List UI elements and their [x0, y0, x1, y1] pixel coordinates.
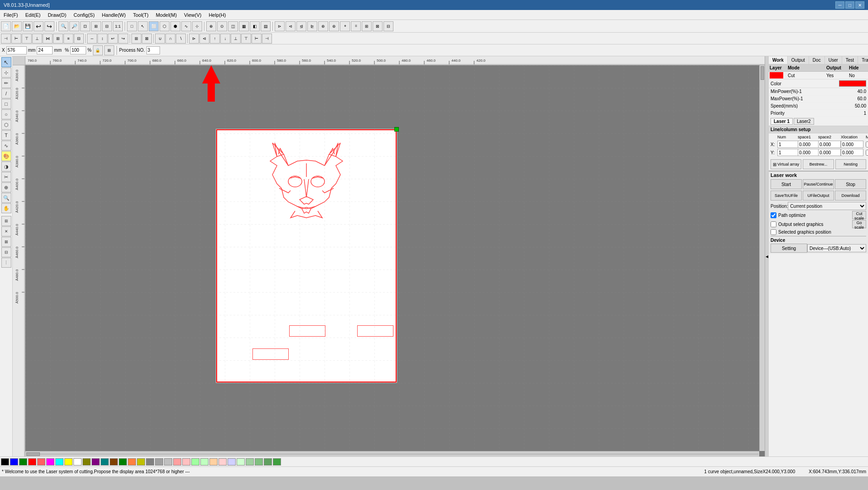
download-button[interactable]: Download	[835, 191, 866, 201]
device-select[interactable]: Device---(USB:Auto)	[807, 244, 866, 252]
tb-transform1[interactable]: ↔	[87, 34, 97, 44]
undo-button[interactable]: ↩	[34, 21, 44, 31]
laser-tab-2[interactable]: Laser2	[794, 118, 814, 125]
tab-work[interactable]: Work	[769, 56, 788, 64]
tb-tool9[interactable]: ⊙	[217, 21, 227, 31]
crop-tool[interactable]: ✂	[1, 172, 11, 182]
menu-edit[interactable]: Edit(E)	[22, 11, 44, 19]
tb-tool5[interactable]: ⬢	[170, 21, 180, 31]
panel-collapse-strip[interactable]: ◀	[765, 56, 768, 456]
tb-tool21[interactable]: ⌗	[351, 21, 361, 31]
tab-user[interactable]: User	[825, 56, 842, 64]
redo-button[interactable]: ↪	[44, 21, 54, 31]
color-white[interactable]	[73, 458, 82, 466]
tb-transform3[interactable]: ↩	[108, 34, 118, 44]
new-button[interactable]: 📄	[1, 21, 11, 31]
maximize-button[interactable]: □	[845, 1, 854, 9]
virtual-array-button[interactable]: ⊞Virtual array	[771, 159, 801, 169]
close-button[interactable]: ✕	[855, 1, 864, 9]
tb-tool12[interactable]: ◧	[250, 21, 260, 31]
tb-t1[interactable]: ⊳	[189, 34, 199, 44]
tab-doc[interactable]: Doc	[809, 56, 825, 64]
x-h-checkbox[interactable]	[866, 142, 868, 147]
ufile-output-button[interactable]: UFileOutput	[803, 191, 834, 201]
color-grey3[interactable]	[164, 458, 172, 466]
menu-config[interactable]: Config(S)	[70, 11, 98, 19]
tb-tool7[interactable]: ⊹	[192, 21, 202, 31]
tb-t5[interactable]: ⊥	[231, 34, 241, 44]
lt-tool18[interactable]: ⊠	[1, 237, 11, 247]
tb-tool24[interactable]: ⊟	[383, 21, 393, 31]
selection-handle-tr[interactable]	[394, 127, 399, 132]
work-area[interactable]	[216, 129, 397, 383]
lock-ratio[interactable]: 🔒	[93, 45, 103, 55]
process-input[interactable]	[146, 46, 160, 54]
menu-help[interactable]: Help(H)	[205, 11, 229, 19]
tb-tool6[interactable]: ∿	[181, 21, 191, 31]
v-scrollbar[interactable]	[759, 65, 765, 451]
zoom-prev-button[interactable]: ⊟	[102, 21, 112, 31]
start-button[interactable]: Start	[771, 179, 802, 189]
tb-tool15[interactable]: ⊲	[286, 21, 296, 31]
x-coord-input[interactable]	[6, 46, 27, 54]
tab-test[interactable]: Test	[842, 56, 858, 64]
align-left[interactable]: ⊣	[1, 34, 11, 44]
color-blue[interactable]	[10, 458, 18, 466]
bestrew-button[interactable]: Bestrew...	[803, 159, 834, 169]
tb-tool23[interactable]: ⊠	[373, 21, 383, 31]
tb-tool8[interactable]: ⊕	[206, 21, 216, 31]
line-tool[interactable]: /	[1, 88, 11, 98]
open-button[interactable]: 📂	[12, 21, 22, 31]
tb-t7[interactable]: ⊢	[252, 34, 262, 44]
tb-laser-select[interactable]: ⬜	[149, 21, 159, 31]
align-h-space[interactable]: ≡	[63, 34, 73, 44]
x2-input[interactable]	[37, 46, 53, 54]
color-orange[interactable]	[128, 458, 136, 466]
laser-tab-1[interactable]: Laser 1	[771, 118, 793, 125]
ellipse-tool[interactable]: ○	[1, 109, 11, 119]
rect-tool[interactable]: □	[1, 99, 11, 109]
tb-t2[interactable]: ⊲	[199, 34, 209, 44]
tab-output[interactable]: Output	[788, 56, 809, 64]
zoom-out-button[interactable]: 🔎	[69, 21, 79, 31]
color-grey2[interactable]	[155, 458, 163, 466]
tab-transform[interactable]: Transform	[858, 56, 868, 64]
color-lightred[interactable]	[37, 458, 45, 466]
stop-button[interactable]: Stop	[835, 179, 866, 189]
x-num-input[interactable]	[777, 141, 800, 148]
color-lightgreen2[interactable]	[200, 458, 209, 466]
color-peach[interactable]	[209, 458, 218, 466]
tb-tool20[interactable]: ⌖	[340, 21, 350, 31]
color-pink2[interactable]	[182, 458, 190, 466]
save-to-ufile-button[interactable]: SaveToUFile	[771, 191, 802, 201]
tb-group1[interactable]: ⊞	[131, 34, 141, 44]
align-bottom[interactable]: ⊞	[53, 34, 63, 44]
color-green[interactable]	[19, 458, 27, 466]
layer-row-0[interactable]: Cut Yes No	[769, 72, 868, 79]
x-h-check[interactable]: H	[866, 142, 868, 147]
setting-button[interactable]: Setting	[771, 244, 807, 253]
canvas[interactable]	[25, 65, 765, 456]
lt-tool19[interactable]: ⊟	[1, 247, 11, 257]
x-space1-input[interactable]	[798, 141, 820, 148]
color-mint[interactable]	[237, 458, 245, 466]
tb-trim[interactable]: ∩	[165, 34, 175, 44]
hand-tool[interactable]: ✋	[1, 203, 11, 213]
cut-scale-button[interactable]: Cut scale	[852, 211, 866, 219]
color-darkgreen[interactable]	[119, 458, 127, 466]
gradient-tool[interactable]: ◑	[1, 162, 11, 172]
x-space2-input[interactable]	[818, 141, 841, 148]
tb-tool11[interactable]: ▦	[239, 21, 249, 31]
h-scrollbar[interactable]	[25, 451, 759, 456]
menu-tool[interactable]: Tool(T)	[129, 11, 152, 19]
color-yellow[interactable]	[64, 458, 73, 466]
zoom-tool[interactable]: 🔍	[1, 193, 11, 203]
menu-model[interactable]: Model(M)	[152, 11, 180, 19]
zoom-in-button[interactable]: 🔍	[58, 21, 68, 31]
lt-tool17[interactable]: ✕	[1, 226, 11, 236]
color-lightgreen1[interactable]	[191, 458, 199, 466]
color-khaki[interactable]	[137, 458, 145, 466]
tb-weld[interactable]: ∪	[155, 34, 165, 44]
menu-file[interactable]: File(F)	[0, 11, 22, 19]
align-top[interactable]: ⊥	[32, 34, 42, 44]
